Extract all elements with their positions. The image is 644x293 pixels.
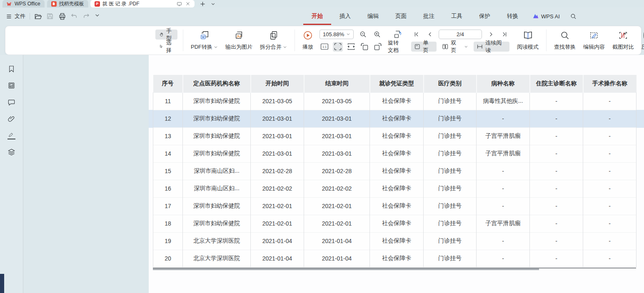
table-cell: 门诊挂号 [424,127,477,145]
more-tools-chevron-icon[interactable] [95,12,102,20]
menu-insert[interactable]: 插入 [331,7,359,25]
table-cell: 门诊挂号 [424,92,477,110]
table-cell: 2021-02-28 [251,162,304,180]
menu-convert[interactable]: 转换 [499,7,527,25]
tab-label: WPS Office [15,1,40,7]
compress-button[interactable]: 压缩 [642,30,644,51]
find-replace-button[interactable]: 查找替换 [554,30,576,51]
zoom-in-icon[interactable] [372,30,382,39]
table-cell: - [583,197,637,215]
hand-tool-button[interactable]: 手型 [155,30,177,40]
pdf-file-icon: P [95,1,100,7]
layers-icon[interactable] [7,148,15,156]
menu-page[interactable]: 页面 [387,7,415,25]
select-tool-button[interactable]: 选择 [155,42,177,52]
last-page-icon[interactable] [499,30,509,39]
comment-icon[interactable] [7,98,15,106]
next-page-icon[interactable] [486,30,496,39]
signature-icon[interactable] [7,132,15,139]
table-cell: 11 [153,92,183,110]
zoom-out-icon[interactable] [358,30,368,39]
tab-document-pdf[interactable]: P 就 医 记 录 .PDF [90,0,195,7]
new-tab-icon[interactable] [200,1,206,7]
table-cell: 社会保障卡 [370,162,424,180]
rotate-left-icon[interactable] [359,42,369,52]
bookmark-icon[interactable] [7,65,15,73]
wps-ai-button[interactable]: WPS AI [527,13,566,20]
split-merge-button[interactable]: 拆分合并 [260,30,287,51]
menu-tools[interactable]: 工具 [443,7,471,25]
table-cell: 16 [153,180,183,197]
edit-content-button[interactable]: 编辑内容 [583,30,605,51]
rotate-pages-icon[interactable] [393,30,403,39]
pdf-convert-button[interactable]: PDF转换 [191,30,218,51]
menu-home[interactable]: 开始 [303,7,331,25]
table-cell: 13 [153,127,183,145]
zoom-level-dropdown[interactable]: 105.88% [320,30,354,39]
open-file-icon[interactable] [34,12,42,20]
page-number-input[interactable]: 2/4 [439,30,482,39]
actual-size-icon[interactable]: 1:1 [320,42,329,52]
rotate-doc-label[interactable]: 旋转文档 [388,39,403,54]
table-cell: - [477,197,530,215]
menu-edit[interactable]: 编辑 [359,7,387,25]
print-icon[interactable] [58,12,66,20]
wps-ai-label: WPS AI [541,13,560,20]
col-header: 病种名称 [477,75,530,92]
table-cell: 19 [153,232,183,250]
screen-share-icon[interactable] [177,1,182,7]
find-replace-icon [560,30,570,40]
table-cell: 18 [153,215,183,232]
double-page-button[interactable]: 双页 [439,42,471,52]
read-mode-button[interactable]: 阅读模式 [517,30,539,51]
table-cell: 病毒性其他疾... [477,92,530,110]
table-cell: 2021-02-01 [251,197,304,215]
rotate-right-icon[interactable] [373,42,383,52]
tab-wps-home[interactable]: WPS Office [2,0,45,7]
cursor-icon [159,43,164,50]
zoom-level-value: 105.88% [323,31,344,37]
table-cell: 2021-03-05 [251,92,304,110]
table-cell: 深圳市妇幼保健院 [183,197,251,215]
table-cell: - [530,232,583,250]
table-cell: 2021-01-04 [251,250,304,267]
col-header: 开始时间 [251,75,304,92]
table-cell: 子宫平滑肌瘤 [477,145,530,162]
table-cell: 2021-03-01 [251,127,304,145]
continuous-read-button[interactable]: 连续阅读 [474,42,509,52]
table-row: 14深圳市妇幼保健院2021-03-012021-03-01社会保障卡门诊挂号子… [153,145,637,162]
menu-protect[interactable]: 保护 [471,7,499,25]
table-cell: 2021-02-01 [304,215,370,232]
edit-content-icon [589,30,599,40]
table-cell: 社会保障卡 [370,197,424,215]
table-cell: - [530,197,583,215]
menu-annotate[interactable]: 批注 [415,7,443,25]
edit-content-label: 编辑内容 [583,43,605,51]
close-tab-icon[interactable] [185,1,190,6]
thumbnail-icon[interactable] [7,82,15,89]
table-cell: 2021-03-05 [304,92,370,110]
previous-page-icon[interactable] [425,30,435,39]
split-merge-label: 拆分合并 [260,43,282,51]
compress-icon [642,30,644,40]
search-icon[interactable] [566,13,581,20]
redo-icon[interactable] [82,12,90,20]
fit-page-icon[interactable] [333,42,343,52]
undo-icon[interactable] [70,12,78,20]
file-menu-label: 文件 [15,12,25,20]
save-icon[interactable] [46,12,54,20]
play-button[interactable]: 播放 [302,30,313,51]
table-cell: 深圳市妇幼保健院 [183,110,251,127]
screenshot-compare-button[interactable]: 截图对比 [612,30,634,51]
export-image-button[interactable]: 输出为图片 [225,30,252,51]
export-image-label: 输出为图片 [225,43,252,51]
first-page-icon[interactable] [411,30,421,39]
tab-list-chevron-icon[interactable] [211,2,215,6]
fit-width-icon[interactable] [346,42,356,52]
file-menu-button[interactable]: 文件 [6,12,25,20]
table-cell: 深圳市妇幼保健院 [183,127,251,145]
tab-docer-templates[interactable]: 找稻壳模板 [47,0,88,7]
play-icon [303,30,313,40]
single-page-button[interactable]: 单页 [411,42,437,52]
attachment-icon[interactable] [7,115,15,123]
